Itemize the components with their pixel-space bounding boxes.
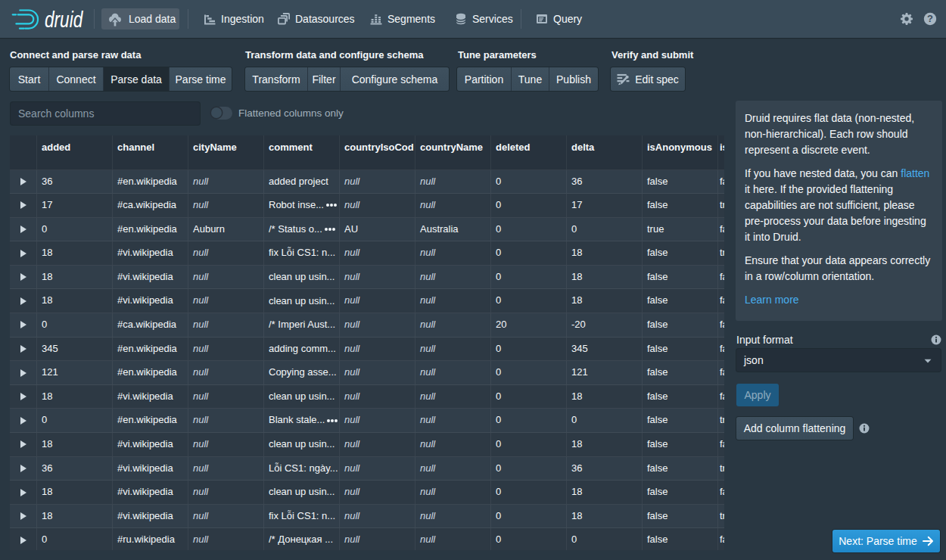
svg-text:?: ? [927,13,933,24]
